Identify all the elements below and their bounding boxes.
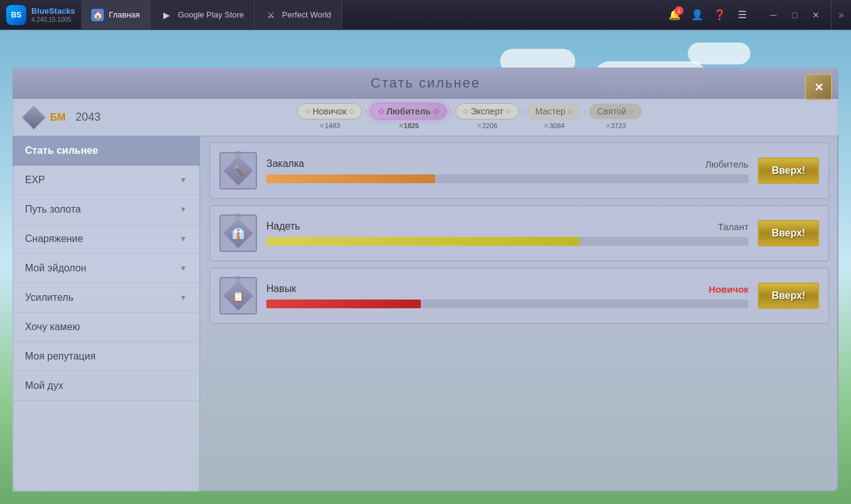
equip-level: Талант bbox=[718, 221, 748, 232]
tab-play-store-label: Google Play Store bbox=[178, 10, 244, 19]
hardening-header: Закалка Любитель bbox=[266, 158, 748, 169]
tab-game-label: Perfect World bbox=[282, 10, 331, 19]
maximize-button[interactable]: □ bbox=[785, 5, 805, 25]
hardening-progress-fill bbox=[266, 174, 435, 183]
tier-amateur-score: ✕1825 bbox=[398, 122, 419, 130]
tier-tabs: ◇ Новичок ◇ ✕1483 › ◇ Любитель ◇ ✕1825 ›… bbox=[113, 103, 826, 132]
eidolon-dropdown-arrow: ▼ bbox=[179, 264, 187, 273]
chevron-right-button[interactable]: » bbox=[831, 0, 851, 30]
bm-diamond-icon bbox=[21, 105, 46, 130]
bluestacks-logo: BS BlueStacks 4.240.15.1005 bbox=[0, 5, 81, 25]
skill-icon-wrap: ⛓ 📋 bbox=[219, 277, 257, 315]
tier-master-label: Мастер bbox=[535, 106, 565, 116]
notification-button[interactable]: 🔔 1 bbox=[665, 5, 685, 25]
sidebar: Стать сильнее EXP ▼ Путь золота ▼ Снаряж… bbox=[13, 136, 200, 491]
booster-dropdown-arrow: ▼ bbox=[179, 293, 187, 302]
tier-tab-expert[interactable]: ◇ Эксперт ◇ ✕2206 bbox=[455, 103, 520, 119]
window-controls: ─ □ ✕ bbox=[758, 5, 831, 25]
equip-icon-wrap: ⛓ 👔 bbox=[219, 214, 257, 252]
sidebar-label-equipment: Снаряжение bbox=[25, 233, 83, 244]
tier-tab-amateur[interactable]: ◇ Любитель ◇ ✕1825 bbox=[370, 103, 447, 119]
sidebar-label-gold-path: Путь золота bbox=[25, 204, 81, 215]
panel-title-bar: Стать сильнее bbox=[13, 68, 838, 99]
game-icon: ⚔ bbox=[264, 9, 277, 21]
tab-play-store[interactable]: ▶ Google Play Store bbox=[151, 0, 255, 30]
sidebar-item-become-stronger[interactable]: Стать сильнее bbox=[13, 136, 199, 166]
saint-right-arrow: ◇ bbox=[629, 108, 634, 114]
tier-separator-3: › bbox=[521, 106, 525, 116]
main-content: ⛓ 🔨 Закалка Любитель Вверх! bbox=[200, 136, 838, 491]
hardening-icon-wrap: ⛓ 🔨 bbox=[219, 152, 257, 189]
bluestacks-icon: BS bbox=[6, 5, 26, 25]
amateur-right-arrow: ◇ bbox=[433, 107, 439, 116]
game-area: Стать сильнее БМ 2043 ◇ Новичок ◇ ✕1483 … bbox=[0, 30, 851, 504]
sidebar-item-equipment[interactable]: Снаряжение ▼ bbox=[13, 224, 199, 254]
player-score: 2043 bbox=[76, 111, 101, 124]
hardening-upgrade-button[interactable]: Вверх! bbox=[758, 158, 819, 184]
tier-expert-label: Эксперт bbox=[471, 106, 504, 116]
close-button[interactable]: ✕ bbox=[806, 5, 826, 25]
tier-expert-score: ✕2206 bbox=[476, 122, 497, 130]
tier-tab-saint[interactable]: Святой ◇ ✕3723 bbox=[589, 103, 642, 119]
novice-left-arrow: ◇ bbox=[305, 108, 310, 114]
content-area: Стать сильнее EXP ▼ Путь золота ▼ Снаряж… bbox=[13, 136, 838, 491]
menu-button[interactable]: ☰ bbox=[732, 5, 752, 25]
skill-upgrade-button[interactable]: Вверх! bbox=[758, 283, 819, 309]
equip-inner-icon: 👔 bbox=[232, 228, 244, 239]
sidebar-item-eidolon[interactable]: Мой эйдолон ▼ bbox=[13, 254, 199, 283]
hardening-name: Закалка bbox=[266, 158, 304, 169]
skill-progress-wrap bbox=[266, 300, 748, 308]
sidebar-item-booster[interactable]: Усилитель ▼ bbox=[13, 283, 199, 313]
sidebar-label-become-stronger: Стать сильнее bbox=[25, 145, 98, 156]
equip-upgrade-button[interactable]: Вверх! bbox=[758, 220, 819, 246]
skill-progress-fill bbox=[266, 300, 421, 308]
account-button[interactable]: 👤 bbox=[687, 5, 707, 25]
tier-separator-1: › bbox=[365, 106, 368, 116]
skill-card-hardening: ⛓ 🔨 Закалка Любитель Вверх! bbox=[209, 143, 829, 199]
equip-progress-wrap bbox=[266, 237, 748, 246]
minimize-button[interactable]: ─ bbox=[763, 5, 783, 25]
panel-close-button[interactable] bbox=[805, 74, 832, 101]
hardening-level: Любитель bbox=[705, 159, 748, 169]
bluestacks-text: BlueStacks 4.240.15.1005 bbox=[31, 6, 75, 23]
cloud-3 bbox=[688, 43, 750, 64]
sidebar-label-reputation: Моя репутация bbox=[25, 351, 96, 362]
player-badge: БМ 2043 bbox=[25, 109, 101, 126]
amateur-left-arrow: ◇ bbox=[378, 107, 384, 116]
exp-dropdown-arrow: ▼ bbox=[179, 176, 187, 184]
equip-diamond: 👔 bbox=[223, 218, 254, 249]
tier-tab-novice[interactable]: ◇ Новичок ◇ ✕1483 bbox=[297, 103, 362, 119]
play-store-icon: ▶ bbox=[161, 9, 173, 21]
notification-badge: 1 bbox=[675, 6, 683, 15]
tab-home[interactable]: 🏠 Главная bbox=[81, 0, 150, 30]
sidebar-item-exp[interactable]: EXP ▼ bbox=[13, 166, 199, 195]
taskbar: BS BlueStacks 4.240.15.1005 🏠 Главная ▶ … bbox=[0, 0, 851, 30]
hardening-info: Закалка Любитель bbox=[266, 158, 748, 183]
novice-right-arrow: ◇ bbox=[349, 108, 354, 114]
skill-diamond: 📋 bbox=[223, 280, 254, 312]
expert-left-arrow: ◇ bbox=[463, 108, 468, 114]
tier-separator-2: › bbox=[450, 106, 453, 116]
hardening-progress-wrap bbox=[266, 174, 748, 183]
sidebar-label-eidolon: Мой эйдолон bbox=[25, 263, 86, 274]
equipment-dropdown-arrow: ▼ bbox=[179, 234, 187, 243]
hardening-inner-icon: 🔨 bbox=[232, 165, 244, 177]
sidebar-item-gold-path[interactable]: Путь золота ▼ bbox=[13, 195, 199, 224]
skill-card-skill: ⛓ 📋 Навык Новичок Вверх! bbox=[209, 268, 829, 324]
gold-path-dropdown-arrow: ▼ bbox=[179, 205, 187, 214]
sidebar-label-cameo: Хочу камею bbox=[25, 321, 80, 333]
tab-game[interactable]: ⚔ Perfect World bbox=[254, 0, 342, 30]
skill-inner-icon: 📋 bbox=[232, 290, 244, 302]
help-button[interactable]: ❓ bbox=[710, 5, 730, 25]
home-icon: 🏠 bbox=[91, 9, 104, 21]
sidebar-item-cameo[interactable]: Хочу камею bbox=[13, 313, 199, 342]
tier-tab-master[interactable]: Мастер ◇ ✕3084 bbox=[527, 103, 581, 119]
tier-amateur-label: Любитель bbox=[386, 106, 431, 116]
equip-header: Надеть Талант bbox=[266, 221, 748, 232]
bluestacks-name: BlueStacks bbox=[31, 6, 75, 16]
tab-home-label: Главная bbox=[109, 10, 139, 19]
tier-novice-score: ✕1483 bbox=[319, 122, 340, 130]
equip-info: Надеть Талант bbox=[266, 221, 748, 246]
sidebar-item-reputation[interactable]: Моя репутация bbox=[13, 342, 199, 371]
sidebar-item-spirit[interactable]: Мой дух bbox=[13, 371, 199, 401]
